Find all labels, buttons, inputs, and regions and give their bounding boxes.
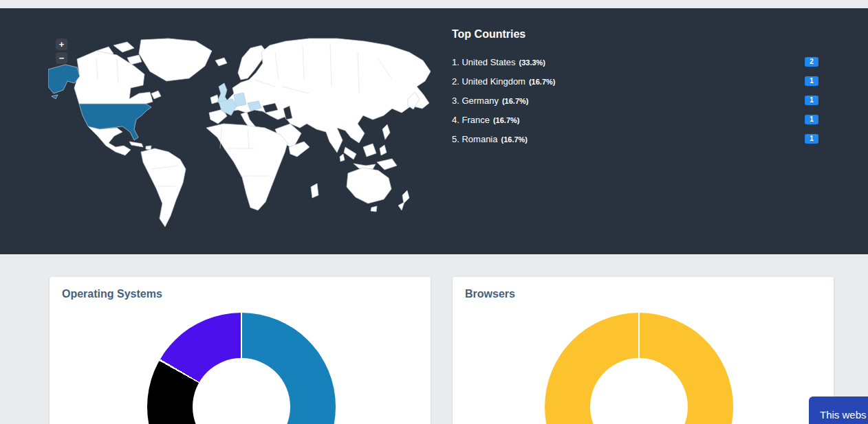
country-name: 5. Romania: [452, 134, 497, 144]
map-zoom-in-button[interactable]: +: [56, 38, 67, 50]
country-list-item: 5. Romania (16.7%) 1: [452, 129, 818, 148]
country-name: 2. United Kingdom: [452, 76, 525, 87]
country-list-item: 4. France (16.7%) 1: [452, 110, 818, 129]
country-name: 4. France: [452, 115, 490, 125]
visitor-count-badge: 1: [805, 76, 818, 86]
country-percent: (16.7%): [502, 97, 529, 105]
visitor-map-panel: + − Top Countries 1. United States (33.3…: [0, 8, 868, 254]
map-zoom-out-button[interactable]: −: [56, 52, 67, 64]
card-title: Browsers: [453, 277, 834, 300]
country-list-item: 2. United Kingdom (16.7%) 1: [452, 71, 818, 91]
map-country-united-states-aleutians[interactable]: [52, 95, 58, 99]
visitor-count-badge: 2: [805, 57, 818, 67]
browsers-donut-chart: [545, 313, 733, 424]
country-percent: (16.7%): [501, 135, 528, 144]
map-landmass: [74, 38, 431, 227]
cookie-toast-text: This webs: [820, 409, 867, 421]
top-countries-title: Top Countries: [452, 28, 818, 41]
country-list-item: 1. United States (33.3%) 2: [452, 52, 818, 71]
country-name: 1. United States: [452, 57, 516, 67]
card-title: Operating Systems: [50, 277, 431, 300]
world-map[interactable]: [48, 38, 440, 232]
country-percent: (16.7%): [493, 116, 520, 124]
visitor-count-badge: 1: [805, 134, 818, 144]
top-countries-list: Top Countries 1. United States (33.3%) 2…: [452, 28, 818, 148]
country-percent: (33.3%): [519, 58, 546, 67]
os-donut-chart: [147, 313, 336, 424]
visitor-count-badge: 1: [805, 115, 818, 124]
cookie-consent-toast[interactable]: This webs: [809, 397, 868, 424]
country-percent: (16.7%): [529, 78, 556, 86]
browsers-card: Browsers: [453, 277, 834, 424]
country-name: 3. Germany: [452, 96, 499, 106]
visitor-count-badge: 1: [805, 96, 818, 105]
country-list-item: 3. Germany (16.7%) 1: [452, 91, 818, 110]
operating-systems-card: Operating Systems: [50, 277, 431, 424]
